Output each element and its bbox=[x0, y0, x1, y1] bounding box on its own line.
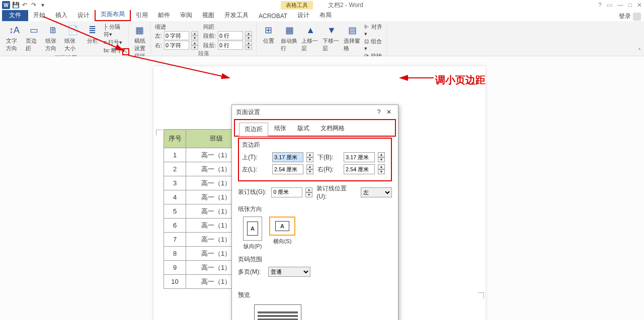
cell-seq: 4 bbox=[164, 190, 186, 204]
spin-down-icon[interactable]: ▼ bbox=[305, 192, 312, 197]
redo-icon[interactable]: ↷ bbox=[30, 2, 37, 9]
tab-developer[interactable]: 开发工具 bbox=[219, 10, 254, 21]
line-numbers-button[interactable]: ≡ 行号▾ bbox=[104, 39, 125, 46]
space-after-input[interactable] bbox=[218, 41, 243, 50]
breaks-button[interactable]: ├ 分隔符▾ bbox=[104, 23, 125, 38]
dialog-tab-margins[interactable]: 页边距 bbox=[239, 123, 268, 136]
tab-table-layout[interactable]: 布局 bbox=[314, 10, 337, 21]
avatar-icon bbox=[633, 13, 641, 21]
ribbon-display-icon[interactable]: ▭ bbox=[607, 2, 612, 9]
cell-seq: 6 bbox=[164, 219, 186, 233]
indent-left-input[interactable] bbox=[164, 31, 189, 40]
pages-select[interactable]: 普通 bbox=[268, 267, 310, 277]
orientation-portrait[interactable]: A 纵向(P) bbox=[243, 217, 262, 250]
ribbon-body: ↕A文字方向 ▭页边距 🗎纸张方向 📄纸张大小 ≣分栏 ├ 分隔符▾ ≡ 行号▾… bbox=[0, 21, 644, 56]
spin-up-icon[interactable]: ▲ bbox=[306, 164, 313, 169]
spin-down-icon[interactable]: ▼ bbox=[245, 45, 252, 50]
maximize-icon[interactable]: □ bbox=[628, 2, 632, 9]
title-bar: W 💾 ↶ ↷ ▾ 表格工具 文档2 - Word ? ▭ — □ ✕ bbox=[0, 0, 644, 10]
spin-down-icon[interactable]: ▼ bbox=[245, 36, 252, 40]
tab-file[interactable]: 文件 bbox=[2, 10, 28, 21]
spin-up-icon[interactable]: ▲ bbox=[378, 152, 385, 157]
text-direction-button[interactable]: ↕A文字方向 bbox=[6, 23, 23, 54]
qat-dropdown-icon[interactable]: ▾ bbox=[39, 2, 46, 9]
tab-design[interactable]: 设计 bbox=[72, 10, 95, 21]
size-button[interactable]: 📄纸张大小 bbox=[64, 23, 81, 54]
tab-start[interactable]: 开始 bbox=[28, 10, 50, 21]
margin-bottom-input[interactable] bbox=[344, 152, 375, 162]
ribbon-tabs: 文件 开始 插入 设计 页面布局 引用 邮件 审阅 视图 开发工具 ACROBA… bbox=[0, 10, 644, 21]
orientation-button[interactable]: 🗎纸张方向 bbox=[45, 23, 62, 54]
spin-down-icon[interactable]: ▼ bbox=[378, 169, 385, 174]
spin-down-icon[interactable]: ▼ bbox=[191, 36, 198, 40]
page-setup-dialog: 页面设置 ? ✕ 页边距 纸张 版式 文档网格 页边距 上(T): ▲▼ 下(B… bbox=[231, 104, 398, 320]
close-icon[interactable]: ✕ bbox=[637, 2, 642, 9]
tab-mailings[interactable]: 邮件 bbox=[153, 10, 175, 21]
spin-up-icon[interactable]: ▲ bbox=[305, 187, 312, 192]
tab-references[interactable]: 引用 bbox=[131, 10, 153, 21]
gutter-label: 装订线(G): bbox=[238, 188, 267, 196]
align-button[interactable]: ⊩ 对齐▾ bbox=[364, 23, 384, 37]
dialog-close-icon[interactable]: ✕ bbox=[384, 109, 394, 116]
columns-button[interactable]: ≣分栏 bbox=[84, 23, 101, 54]
tab-insert[interactable]: 插入 bbox=[50, 10, 72, 21]
dialog-help-icon[interactable]: ? bbox=[374, 109, 384, 116]
margin-top-input[interactable] bbox=[272, 152, 303, 162]
page-setup-launcher[interactable]: ⤡ bbox=[122, 48, 129, 55]
gutter-pos-select[interactable]: 左 bbox=[361, 187, 392, 197]
spin-down-icon[interactable]: ▼ bbox=[191, 45, 198, 50]
spin-up-icon[interactable]: ▲ bbox=[191, 41, 198, 45]
spin-up-icon[interactable]: ▲ bbox=[191, 31, 198, 36]
orientation-landscape[interactable]: A 横向(S) bbox=[269, 217, 295, 250]
margins-button[interactable]: ▭页边距 bbox=[26, 23, 42, 54]
spin-down-icon[interactable]: ▼ bbox=[378, 157, 385, 162]
quick-access-toolbar: W 💾 ↶ ↷ ▾ bbox=[0, 1, 46, 9]
tab-review[interactable]: 审阅 bbox=[175, 10, 197, 21]
spin-up-icon[interactable]: ▲ bbox=[245, 41, 252, 45]
document-area: 序号班级治地理历史体育 1高一（1）2高一（1）3高一（1）4高一（1）5高一（… bbox=[0, 56, 644, 320]
dialog-tabs: 页边距 纸张 版式 文档网格 bbox=[234, 119, 396, 137]
spin-up-icon[interactable]: ▲ bbox=[306, 152, 313, 157]
spin-down-icon[interactable]: ▼ bbox=[306, 169, 313, 174]
tab-table-design[interactable]: 设计 bbox=[292, 10, 314, 21]
indent-right-input[interactable] bbox=[164, 41, 189, 50]
preview-icon bbox=[254, 304, 301, 320]
save-icon[interactable]: 💾 bbox=[12, 2, 19, 9]
margins-section-title: 页边距 bbox=[242, 141, 388, 149]
cell-seq: 2 bbox=[164, 162, 186, 176]
margin-left-input[interactable] bbox=[272, 164, 303, 174]
space-before-input[interactable] bbox=[218, 31, 243, 40]
gutter-input[interactable] bbox=[271, 187, 302, 197]
tab-acrobat[interactable]: ACROBAT bbox=[254, 11, 292, 21]
manuscript-button[interactable]: ▦稿纸 设置 bbox=[130, 23, 149, 52]
pages-label: 多页(M): bbox=[238, 268, 264, 276]
tab-view[interactable]: 视图 bbox=[197, 10, 219, 21]
dialog-tab-layout[interactable]: 版式 bbox=[292, 122, 314, 136]
page-range-title: 页码范围 bbox=[238, 255, 392, 264]
login-label: 登录 bbox=[619, 12, 631, 21]
collapse-ribbon-icon[interactable]: ˄ bbox=[638, 48, 641, 55]
margin-right-input[interactable] bbox=[344, 164, 375, 174]
help-icon[interactable]: ? bbox=[598, 2, 602, 9]
spin-up-icon[interactable]: ▲ bbox=[245, 31, 252, 36]
margin-right-label: 右(R): bbox=[317, 165, 340, 174]
spin-up-icon[interactable]: ▲ bbox=[378, 164, 385, 169]
dialog-tab-paper[interactable]: 纸张 bbox=[269, 122, 291, 136]
undo-icon[interactable]: ↶ bbox=[21, 2, 28, 9]
dialog-title: 页面设置 bbox=[236, 108, 260, 117]
minimize-icon[interactable]: — bbox=[617, 2, 623, 9]
spin-down-icon[interactable]: ▼ bbox=[306, 157, 313, 162]
window-controls: ? ▭ — □ ✕ bbox=[598, 2, 642, 9]
word-icon: W bbox=[2, 1, 10, 9]
crop-mark-icon bbox=[478, 292, 484, 298]
margins-section: 页边距 上(T): ▲▼ 下(B): ▲▼ 左(L): ▲▼ 右(R): ▲▼ bbox=[238, 138, 392, 181]
login-area[interactable]: 登录 bbox=[619, 12, 641, 21]
annotation-text: 调小页边距 bbox=[435, 73, 486, 87]
cell-seq: 10 bbox=[164, 275, 186, 289]
cell-seq: 7 bbox=[164, 233, 186, 247]
margin-top-label: 上(T): bbox=[242, 153, 268, 162]
dialog-tab-grid[interactable]: 文档网格 bbox=[315, 122, 350, 136]
group-button[interactable]: ⊡ 组合▾ bbox=[364, 38, 384, 52]
cell-seq: 9 bbox=[164, 261, 186, 275]
cell-seq: 1 bbox=[164, 148, 186, 162]
